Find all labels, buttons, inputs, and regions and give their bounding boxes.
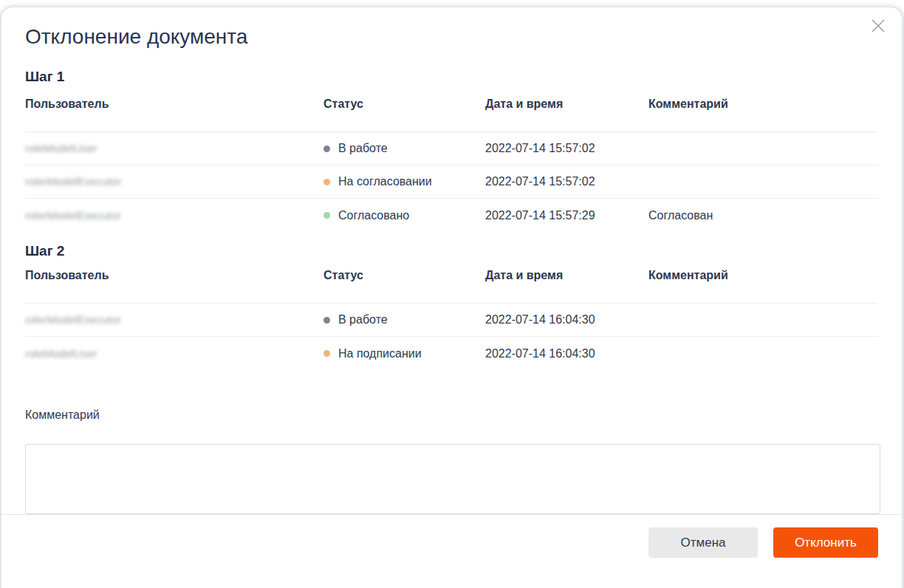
table-header-row: Пользователь Статус Дата и время Коммент… [25,98,878,132]
user-cell: rolerModelExecutor [25,209,323,222]
reject-button[interactable]: Отклонить [773,527,878,558]
status-label: На подписании [338,347,422,360]
column-header-comment: Комментарий [648,98,878,111]
column-header-user: Пользователь [25,98,323,111]
username-text: rolerModelExecutor [25,313,121,326]
status-dot-icon [323,146,330,152]
cancel-button[interactable]: Отмена [648,527,758,558]
column-header-datetime: Дата и время [485,269,648,282]
datetime-cell: 2022-07-14 16:04:30 [485,347,648,360]
step-title: Шаг 2 [25,242,878,260]
user-cell: rolerModelExecutor [25,313,323,327]
status-dot-icon [323,212,330,219]
step-title: Шаг 1 [25,68,878,86]
column-header-status: Статус [323,98,485,111]
status-label: Согласовано [338,209,409,222]
step-section: Шаг 1 Пользователь Статус Дата и время К… [25,68,878,232]
table-row: rolerModelExecutor В работе 2022-07-14 1… [25,304,878,337]
username-text: roleModelUser [25,347,97,360]
table-rows: roleModelUser В работе 2022-07-14 15:57:… [25,132,878,232]
status-cell: На подписании [323,347,485,360]
status-cell: В работе [323,313,485,327]
status-cell: В работе [323,142,485,155]
comment-label: Комментарий [25,408,878,422]
status-dot-icon [323,179,330,185]
column-header-status: Статус [323,269,485,282]
column-header-user: Пользователь [25,269,323,282]
status-cell: На согласовании [323,175,485,188]
table-header-row: Пользователь Статус Дата и время Коммент… [25,269,878,304]
column-header-datetime: Дата и время [485,98,648,111]
reject-document-dialog: Отклонение документа Шаг 1 Пользователь … [1,7,903,588]
username-text: roleModelUser [25,142,97,154]
status-label: В работе [338,142,388,155]
datetime-cell: 2022-07-14 15:57:02 [485,175,648,188]
steps-container: Шаг 1 Пользователь Статус Дата и время К… [25,68,878,370]
status-dot-icon [323,350,330,357]
user-cell: rolerModelExecutor [25,175,323,188]
status-label: В работе [338,313,388,327]
dialog-footer: Отмена Отклонить [1,514,902,571]
status-dot-icon [323,317,330,324]
status-label: На согласовании [338,175,432,188]
table-rows: rolerModelExecutor В работе 2022-07-14 1… [25,304,878,370]
close-button[interactable] [868,16,888,36]
username-text: rolerModelExecutor [25,209,121,222]
step-section: Шаг 2 Пользователь Статус Дата и время К… [25,242,878,370]
table-row: roleModelUser В работе 2022-07-14 15:57:… [25,132,878,165]
close-icon [869,17,887,35]
column-header-comment: Комментарий [648,269,878,282]
datetime-cell: 2022-07-14 15:57:29 [485,209,648,222]
datetime-cell: 2022-07-14 16:04:30 [485,313,648,327]
status-cell: Согласовано [323,209,485,222]
table-row: rolerModelExecutor На согласовании 2022-… [25,165,878,199]
datetime-cell: 2022-07-14 15:57:02 [485,142,648,155]
dialog-title: Отклонение документа [25,24,878,50]
comment-textarea[interactable] [25,444,880,514]
user-cell: roleModelUser [25,347,323,360]
user-cell: roleModelUser [25,142,323,155]
comment-cell: Согласован [648,209,878,222]
table-row: rolerModelExecutor Согласовано 2022-07-1… [25,199,878,232]
table-row: roleModelUser На подписании 2022-07-14 1… [25,337,878,370]
username-text: rolerModelExecutor [25,175,121,188]
